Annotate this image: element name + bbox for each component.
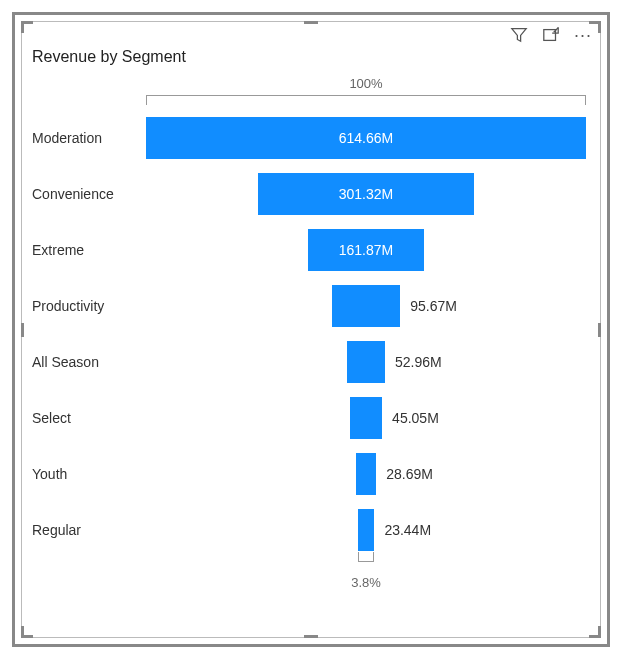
bar-cell: 52.96M <box>142 341 590 383</box>
bar-cell: 161.87M <box>142 229 590 271</box>
category-label: Productivity <box>32 298 142 314</box>
funnel-row[interactable]: Convenience301.32M <box>32 173 590 215</box>
bottom-bracket: 3.8% <box>351 561 381 590</box>
value-label: 45.05M <box>392 410 439 426</box>
visual-toolbar: ··· <box>510 26 592 44</box>
resize-handle-right[interactable] <box>598 323 601 337</box>
bottom-percent-label: 3.8% <box>351 575 381 590</box>
funnel-chart: 100% Moderation614.66MConvenience301.32M… <box>32 76 590 590</box>
category-label: Moderation <box>32 130 142 146</box>
funnel-bar[interactable]: 301.32M <box>258 173 474 215</box>
funnel-bar[interactable]: 614.66M <box>146 117 586 159</box>
resize-handle-top[interactable] <box>304 21 318 24</box>
category-label: Select <box>32 410 142 426</box>
funnel-row[interactable]: Select45.05M <box>32 397 590 439</box>
svg-rect-0 <box>544 30 556 41</box>
funnel-bar[interactable]: 161.87M <box>308 229 424 271</box>
funnel-bar[interactable] <box>358 509 375 551</box>
bar-cell: 95.67M <box>142 285 590 327</box>
visual-outer-frame: ··· Revenue by Segment 100% Moderation61… <box>12 12 610 647</box>
category-label: All Season <box>32 354 142 370</box>
funnel-bar[interactable] <box>347 341 385 383</box>
category-label: Extreme <box>32 242 142 258</box>
value-label: 23.44M <box>384 522 431 538</box>
chart-title: Revenue by Segment <box>32 48 590 66</box>
value-label: 95.67M <box>410 298 457 314</box>
funnel-row[interactable]: Moderation614.66M <box>32 117 590 159</box>
resize-handle-bl[interactable] <box>21 624 35 638</box>
top-bracket: 100% <box>146 76 586 105</box>
bar-cell: 301.32M <box>142 173 590 215</box>
focus-mode-icon[interactable] <box>542 26 560 44</box>
bar-cell: 28.69M <box>142 453 590 495</box>
funnel-bar[interactable] <box>356 453 377 495</box>
funnel-row[interactable]: Regular23.44M <box>32 509 590 551</box>
category-label: Regular <box>32 522 142 538</box>
value-label: 28.69M <box>386 466 433 482</box>
bar-cell: 45.05M <box>142 397 590 439</box>
funnel-row[interactable]: Youth28.69M <box>32 453 590 495</box>
bar-cell: 23.44M <box>142 509 590 551</box>
category-label: Youth <box>32 466 142 482</box>
top-percent-label: 100% <box>349 76 382 91</box>
resize-handle-left[interactable] <box>21 323 24 337</box>
resize-handle-br[interactable] <box>587 624 601 638</box>
funnel-row[interactable]: Extreme161.87M <box>32 229 590 271</box>
resize-handle-tl[interactable] <box>21 21 35 35</box>
category-label: Convenience <box>32 186 142 202</box>
visual-tile[interactable]: ··· Revenue by Segment 100% Moderation61… <box>21 21 601 638</box>
funnel-bar[interactable] <box>332 285 400 327</box>
value-label: 52.96M <box>395 354 442 370</box>
funnel-row[interactable]: All Season52.96M <box>32 341 590 383</box>
more-options-icon[interactable]: ··· <box>574 26 592 44</box>
filter-icon[interactable] <box>510 26 528 44</box>
funnel-bar[interactable] <box>350 397 382 439</box>
funnel-row[interactable]: Productivity95.67M <box>32 285 590 327</box>
bar-cell: 614.66M <box>142 117 590 159</box>
resize-handle-bottom[interactable] <box>304 635 318 638</box>
funnel-rows: Moderation614.66MConvenience301.32MExtre… <box>32 117 590 551</box>
